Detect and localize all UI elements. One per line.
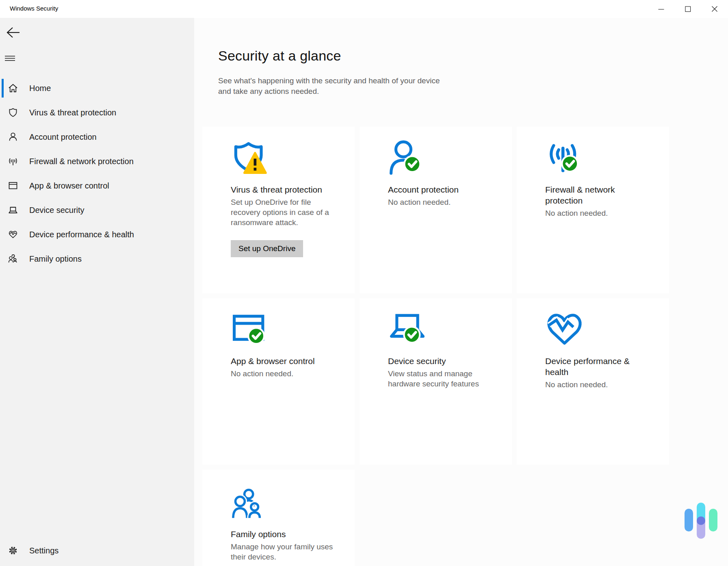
laptop-icon: [8, 205, 18, 215]
minimize-button[interactable]: [648, 0, 674, 18]
person-check-icon: [388, 139, 427, 178]
sidebar-item-account-protection[interactable]: Firewall & network protection Account pr…: [0, 125, 194, 149]
tile-description: View status and manage hardware security…: [388, 369, 494, 389]
sidebar-item-virus-threat-protection[interactable]: Virus & threat protection: [0, 100, 194, 125]
minimize-icon: [658, 6, 664, 12]
tile-virus-threat-protection[interactable]: Virus & threat protection Set up OneDriv…: [202, 127, 355, 293]
sidebar-item-label: Virus & threat protection: [29, 108, 116, 117]
tile-account-protection[interactable]: Account protection No action needed.: [360, 127, 512, 293]
tiles-grid: Virus & threat protection Set up OneDriv…: [202, 127, 669, 566]
tile-description: Manage how your family uses their device…: [231, 542, 337, 562]
sidebar-item-device-performance-health[interactable]: Device performance & health: [0, 222, 194, 247]
sidebar-item-home[interactable]: Home: [0, 76, 194, 100]
tile-title: Family options: [231, 529, 333, 540]
tile-firewall-network-protection[interactable]: Firewall & network protection No action …: [517, 127, 669, 293]
watermark-circle: [697, 516, 705, 525]
tile-description: No action needed.: [231, 369, 337, 379]
network-icon: [8, 156, 18, 167]
browser-check-icon: [231, 310, 269, 349]
shield-icon: [8, 107, 18, 118]
sidebar-item-label: Account protection: [29, 132, 97, 142]
sidebar-item-firewall-network-protection[interactable]: Firewall & network protection: [0, 149, 194, 173]
shield-warning-icon: [231, 139, 269, 178]
page-subtitle: See what's happening with the security a…: [218, 76, 444, 97]
tile-device-security[interactable]: Device security View status and manage h…: [360, 298, 512, 465]
caption-buttons: [648, 0, 728, 18]
laptop-check-icon: [388, 310, 427, 349]
tile-title: Virus & threat protection: [231, 184, 333, 195]
menu-button[interactable]: [5, 53, 21, 63]
close-button[interactable]: [701, 0, 728, 18]
sidebar-item-label: Firewall & network protection: [29, 157, 134, 166]
hamburger-icon: [5, 56, 15, 61]
health-icon: [8, 229, 18, 240]
tile-title: App & browser control: [231, 356, 333, 366]
sidebar-item-family-options[interactable]: Family options: [0, 247, 194, 271]
sidebar-item-settings[interactable]: Settings: [0, 538, 194, 563]
sidebar: Home Virus & threat protection Firewall …: [0, 18, 194, 566]
tile-title: Firewall & network protection: [545, 184, 648, 206]
window-title: Windows Security: [10, 5, 58, 12]
watermark-bar-left: [685, 509, 693, 531]
tile-title: Device security: [388, 356, 490, 366]
sidebar-item-label: App & browser control: [29, 181, 109, 191]
health-check-icon: [545, 310, 584, 349]
family-options-icon: [231, 488, 265, 522]
watermark-logo: [680, 500, 725, 544]
titlebar: Windows Security: [0, 0, 728, 18]
network-check-icon: [545, 139, 584, 178]
person-icon: [8, 132, 18, 142]
windows-security-window: { "titlebar": { "title": "Windows Securi…: [0, 0, 728, 566]
tile-description: No action needed.: [388, 197, 494, 207]
maximize-button[interactable]: [674, 0, 701, 18]
tile-device-performance-health[interactable]: Device performance & health No action ne…: [517, 298, 669, 465]
sidebar-nav: Home Virus & threat protection Firewall …: [0, 76, 194, 271]
sidebar-item-label: Family options: [29, 254, 82, 264]
tile-description: No action needed.: [545, 208, 652, 218]
tile-title: Device performance & health: [545, 356, 648, 377]
sidebar-item-device-security[interactable]: Device security: [0, 198, 194, 222]
browser-icon: [8, 180, 18, 191]
home-icon: [8, 83, 18, 93]
gear-icon: [8, 545, 18, 556]
sidebar-item-label: Device security: [29, 206, 84, 215]
sidebar-item-label: Home: [29, 84, 51, 93]
watermark-bar-right: [709, 509, 717, 531]
close-icon: [711, 6, 718, 12]
sidebar-item-app-browser-control[interactable]: App & browser control: [0, 173, 194, 198]
tile-family-options[interactable]: Family options Manage how your family us…: [202, 470, 355, 566]
set-up-onedrive-button[interactable]: Set up OneDrive: [231, 240, 303, 257]
page-title: Security at a glance: [218, 48, 341, 64]
tile-title: Account protection: [388, 184, 490, 195]
tile-description: No action needed.: [545, 380, 652, 390]
back-arrow-icon: [5, 26, 21, 39]
tile-app-browser-control[interactable]: App & browser control No action needed.: [202, 298, 355, 465]
maximize-icon: [685, 6, 691, 12]
settings-label: Settings: [29, 546, 58, 555]
back-button[interactable]: [4, 24, 22, 41]
main-content: Security at a glance See what's happenin…: [194, 18, 728, 566]
sidebar-item-label: Device performance & health: [29, 230, 134, 239]
tile-description: Set up OneDrive for file recovery option…: [231, 197, 337, 228]
family-icon: [8, 254, 18, 264]
